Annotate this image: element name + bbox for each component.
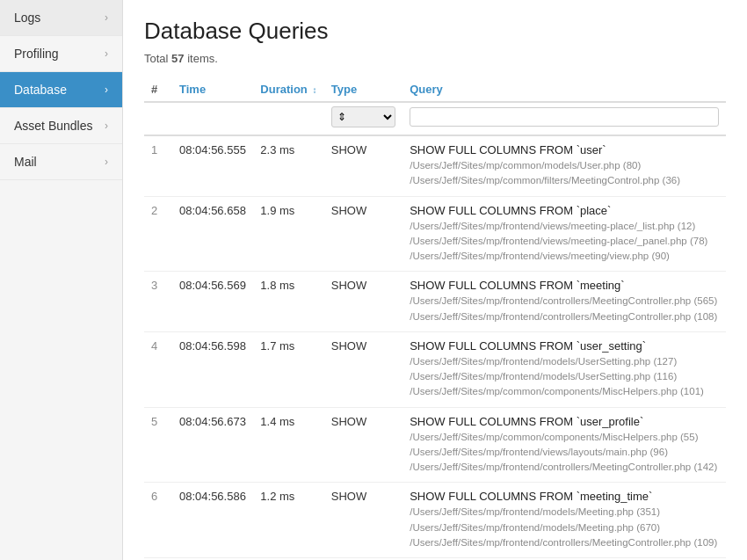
query-paths: /Users/Jeff/Sites/mp/frontend/models/Use… xyxy=(410,354,719,400)
chevron-right-icon: › xyxy=(105,11,108,24)
row-type: SHOW xyxy=(324,483,403,558)
sidebar-item-asset-bundles[interactable]: Asset Bundles› xyxy=(0,108,122,144)
row-num: 2 xyxy=(144,196,172,272)
main-content: Database Queries Total 57 items. # Time … xyxy=(123,0,747,560)
row-num: 5 xyxy=(144,407,172,483)
query-filter-input[interactable] xyxy=(410,107,719,127)
query-main-text: SHOW FULL COLUMNS FROM `user` xyxy=(410,143,719,156)
row-num: 4 xyxy=(144,331,172,407)
filter-row: ⇕ SHOW SELECT xyxy=(144,102,726,135)
sidebar: Logs›Profiling›Database›Asset Bundles›Ma… xyxy=(0,0,123,560)
row-duration: 2.3 ms xyxy=(253,135,323,196)
sidebar-item-label: Database xyxy=(14,83,67,97)
sidebar-item-logs[interactable]: Logs› xyxy=(0,0,122,36)
query-paths: /Users/Jeff/Sites/mp/frontend/views/meet… xyxy=(410,219,719,265)
total-suffix: items. xyxy=(187,52,218,65)
col-header-type[interactable]: Type xyxy=(324,77,403,102)
row-time: 08:04:56.586 xyxy=(172,483,253,558)
query-main-text: SHOW FULL COLUMNS FROM `meeting` xyxy=(410,279,719,292)
row-duration: 1.2 ms xyxy=(253,483,323,558)
type-filter-select[interactable]: ⇕ SHOW SELECT xyxy=(331,106,395,127)
row-time: 08:04:56.598 xyxy=(172,331,253,407)
table-row: 408:04:56.5981.7 msSHOWSHOW FULL COLUMNS… xyxy=(144,331,726,407)
sidebar-item-database[interactable]: Database› xyxy=(0,72,122,108)
row-type: SHOW xyxy=(324,135,403,196)
row-duration: 1.9 ms xyxy=(253,196,323,272)
query-paths: /Users/Jeff/Sites/mp/frontend/models/Mee… xyxy=(410,505,719,550)
sidebar-item-label: Asset Bundles xyxy=(14,119,93,133)
row-time: 08:04:56.658 xyxy=(172,196,253,272)
col-header-query[interactable]: Query xyxy=(403,77,726,102)
query-main-text: SHOW FULL COLUMNS FROM `user_setting` xyxy=(410,339,719,353)
table-body: 108:04:56.5552.3 msSHOWSHOW FULL COLUMNS… xyxy=(144,135,726,558)
row-query: SHOW FULL COLUMNS FROM `meeting_time`/Us… xyxy=(403,483,726,558)
query-main-text: SHOW FULL COLUMNS FROM `meeting_time` xyxy=(410,490,719,503)
table-row: 308:04:56.5691.8 msSHOWSHOW FULL COLUMNS… xyxy=(144,272,726,332)
total-label: Total xyxy=(144,52,168,65)
row-time: 08:04:56.555 xyxy=(172,135,253,196)
query-filter-cell[interactable] xyxy=(403,102,726,135)
chevron-right-icon: › xyxy=(105,47,108,60)
row-num: 1 xyxy=(144,135,172,196)
page-title: Database Queries xyxy=(144,18,726,45)
total-count: 57 xyxy=(171,52,184,65)
row-query: SHOW FULL COLUMNS FROM `user_profile`/Us… xyxy=(403,407,726,483)
row-query: SHOW FULL COLUMNS FROM `meeting`/Users/J… xyxy=(403,272,726,332)
table-row: 508:04:56.6731.4 msSHOWSHOW FULL COLUMNS… xyxy=(144,407,726,483)
row-type: SHOW xyxy=(324,331,403,407)
query-paths: /Users/Jeff/Sites/mp/common/components/M… xyxy=(410,430,719,476)
table-row: 608:04:56.5861.2 msSHOWSHOW FULL COLUMNS… xyxy=(144,483,726,558)
sort-icon: ↕ xyxy=(312,85,316,95)
sidebar-item-label: Mail xyxy=(14,155,37,169)
row-time: 08:04:56.673 xyxy=(172,407,253,483)
row-type: SHOW xyxy=(324,272,403,332)
row-duration: 1.8 ms xyxy=(253,272,323,332)
chevron-right-icon: › xyxy=(105,120,108,132)
row-query: SHOW FULL COLUMNS FROM `place`/Users/Jef… xyxy=(403,196,726,272)
queries-table: # Time Duration ↕ Type Query ⇕ SHOW SELE… xyxy=(144,77,726,558)
sidebar-item-mail[interactable]: Mail› xyxy=(0,144,122,180)
row-duration: 1.4 ms xyxy=(253,407,323,483)
chevron-right-icon: › xyxy=(105,156,108,168)
table-header-row: # Time Duration ↕ Type Query xyxy=(144,77,726,102)
row-num: 6 xyxy=(144,483,172,558)
sidebar-item-label: Profiling xyxy=(14,47,59,61)
row-type: SHOW xyxy=(324,196,403,272)
type-filter-cell[interactable]: ⇕ SHOW SELECT xyxy=(324,102,403,135)
col-header-hash: # xyxy=(144,77,172,102)
row-type: SHOW xyxy=(324,407,403,483)
row-query: SHOW FULL COLUMNS FROM `user_setting`/Us… xyxy=(403,331,726,407)
query-main-text: SHOW FULL COLUMNS FROM `user_profile` xyxy=(410,415,719,428)
col-header-duration[interactable]: Duration ↕ xyxy=(253,77,323,102)
table-row: 108:04:56.5552.3 msSHOWSHOW FULL COLUMNS… xyxy=(144,135,726,196)
row-time: 08:04:56.569 xyxy=(172,272,253,332)
total-info: Total 57 items. xyxy=(144,52,726,65)
sidebar-item-label: Logs xyxy=(14,11,40,25)
col-header-time[interactable]: Time xyxy=(172,77,253,102)
row-duration: 1.7 ms xyxy=(253,331,323,407)
chevron-right-icon: › xyxy=(105,84,108,96)
row-num: 3 xyxy=(144,272,172,332)
sidebar-item-profiling[interactable]: Profiling› xyxy=(0,36,122,72)
query-paths: /Users/Jeff/Sites/mp/frontend/controller… xyxy=(410,294,719,324)
table-row: 208:04:56.6581.9 msSHOWSHOW FULL COLUMNS… xyxy=(144,196,726,272)
row-query: SHOW FULL COLUMNS FROM `user`/Users/Jeff… xyxy=(403,135,726,196)
query-main-text: SHOW FULL COLUMNS FROM `place` xyxy=(410,204,719,217)
query-paths: /Users/Jeff/Sites/mp/common/models/User.… xyxy=(410,158,719,189)
